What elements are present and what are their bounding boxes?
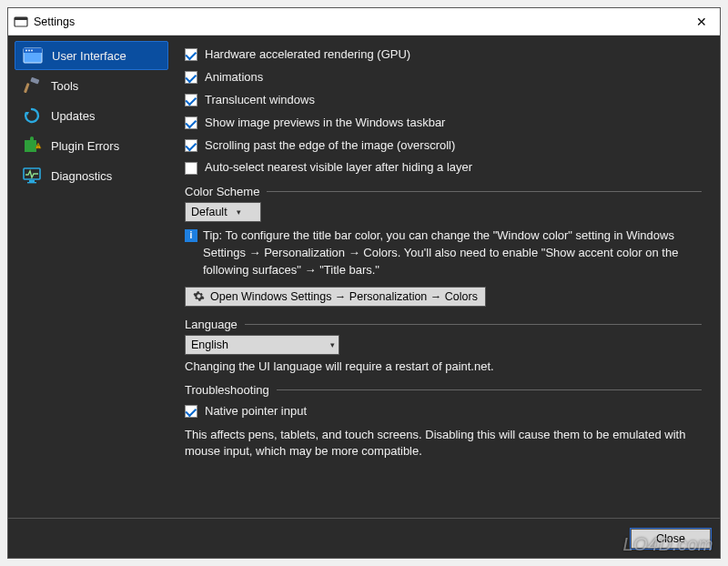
open-windows-settings-button[interactable]: Open Windows Settings → Personalization … xyxy=(185,287,486,307)
svg-rect-14 xyxy=(29,180,35,182)
settings-content: Hardware accelerated rendering (GPU) Ani… xyxy=(174,35,720,518)
app-icon xyxy=(14,15,28,29)
gear-icon xyxy=(193,290,205,302)
checkbox-icon xyxy=(185,94,197,106)
sidebar-item-user-interface[interactable]: User Interface xyxy=(15,41,168,70)
checkbox-icon xyxy=(185,48,197,61)
sidebar-item-tools[interactable]: Tools xyxy=(15,71,168,100)
sidebar-item-label: Plugin Errors xyxy=(51,139,119,153)
checkbox-taskbar-previews[interactable]: Show image previews in the Windows taskb… xyxy=(185,112,702,135)
sidebar-item-label: User Interface xyxy=(52,49,126,63)
sidebar-item-label: Tools xyxy=(51,79,78,93)
troubleshooting-note: This affects pens, tablets, and touch sc… xyxy=(185,423,702,463)
section-language: Language xyxy=(185,318,702,331)
checkbox-icon xyxy=(185,71,197,84)
chevron-down-icon: ▾ xyxy=(330,340,335,349)
sidebar-item-updates[interactable]: Updates xyxy=(15,101,168,130)
dropdown-value: Default xyxy=(191,206,228,218)
checkbox-translucent-windows[interactable]: Translucent windows xyxy=(185,89,702,112)
hammer-icon xyxy=(22,76,42,96)
window-icon xyxy=(23,45,43,66)
refresh-icon xyxy=(22,106,42,126)
sidebar-item-label: Diagnostics xyxy=(51,169,112,183)
checkbox-label: Scrolling past the edge of the image (ov… xyxy=(205,138,455,154)
section-color-scheme: Color Scheme xyxy=(185,185,702,198)
button-label: Open Windows Settings → Personalization … xyxy=(210,290,478,303)
sidebar-item-label: Updates xyxy=(51,109,95,123)
tip-text: Tip: To configure the title bar color, y… xyxy=(203,227,702,279)
dropdown-value: English xyxy=(191,339,321,351)
svg-rect-8 xyxy=(24,83,30,93)
color-scheme-tip: i Tip: To configure the title bar color,… xyxy=(185,222,702,283)
checkbox-label: Native pointer input xyxy=(205,404,307,419)
info-icon: i xyxy=(185,229,197,242)
checkbox-animations[interactable]: Animations xyxy=(185,66,702,89)
checkbox-label: Translucent windows xyxy=(205,93,315,108)
window-close-button[interactable]: ✕ xyxy=(683,8,720,35)
checkbox-native-pointer[interactable]: Native pointer input xyxy=(185,400,702,423)
color-scheme-dropdown[interactable]: Default ▾ xyxy=(185,202,261,222)
svg-point-4 xyxy=(25,50,27,52)
language-note: Changing the UI language will require a … xyxy=(185,355,702,378)
section-label: Troubleshooting xyxy=(185,383,269,397)
titlebar: Settings ✕ xyxy=(8,8,720,35)
checkbox-label: Animations xyxy=(205,70,263,86)
puzzle-warn-icon xyxy=(22,136,42,156)
checkbox-label: Hardware accelerated rendering (GPU) xyxy=(205,47,410,63)
section-label: Language xyxy=(185,318,238,331)
divider xyxy=(267,191,702,192)
checkbox-autoselect-layer[interactable]: Auto-select nearest visible layer after … xyxy=(185,157,702,179)
svg-rect-15 xyxy=(27,182,36,183)
divider xyxy=(277,389,702,390)
section-label: Color Scheme xyxy=(185,185,259,198)
svg-rect-1 xyxy=(15,17,27,20)
settings-window: Settings ✕ User Interface xyxy=(7,7,721,559)
checkbox-label: Show image previews in the Windows taskb… xyxy=(205,116,445,131)
checkbox-icon xyxy=(185,139,197,152)
chevron-down-icon: ▾ xyxy=(237,207,241,217)
language-dropdown[interactable]: English ▾ xyxy=(185,335,339,355)
window-title: Settings xyxy=(34,15,683,28)
checkbox-label: Auto-select nearest visible layer after … xyxy=(205,160,472,176)
checkbox-icon xyxy=(185,405,197,418)
close-button[interactable]: Close xyxy=(631,529,711,549)
divider xyxy=(245,324,702,325)
section-troubleshooting: Troubleshooting xyxy=(185,383,702,397)
button-label: Close xyxy=(656,532,685,545)
dialog-footer: Close xyxy=(8,518,720,558)
checkbox-icon xyxy=(185,162,197,175)
svg-rect-12 xyxy=(38,147,39,148)
checkbox-overscroll[interactable]: Scrolling past the edge of the image (ov… xyxy=(185,135,702,157)
svg-rect-7 xyxy=(30,77,39,85)
checkbox-hardware-accel[interactable]: Hardware accelerated rendering (GPU) xyxy=(185,44,702,66)
sidebar-item-plugin-errors[interactable]: Plugin Errors xyxy=(15,131,168,160)
monitor-icon xyxy=(22,166,42,186)
svg-point-5 xyxy=(28,50,30,52)
sidebar-item-diagnostics[interactable]: Diagnostics xyxy=(15,161,168,190)
svg-rect-11 xyxy=(38,145,39,147)
checkbox-icon xyxy=(185,116,197,129)
svg-point-6 xyxy=(31,50,33,52)
sidebar: User Interface Tools U xyxy=(8,35,174,518)
